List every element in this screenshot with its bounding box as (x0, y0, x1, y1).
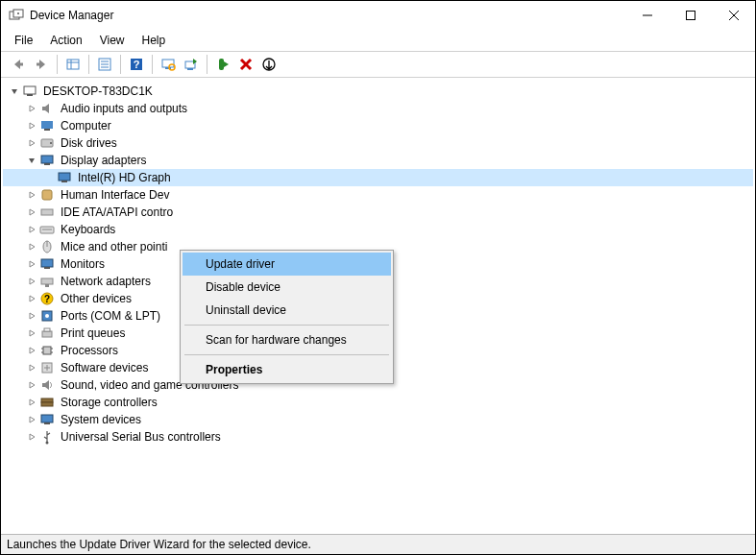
chevron-right-icon[interactable] (24, 377, 39, 393)
svg-rect-61 (41, 415, 53, 422)
menu-help[interactable]: Help (134, 32, 174, 49)
svg-point-32 (50, 142, 52, 144)
tree-node-label: Software devices (59, 361, 150, 374)
audio-icon (39, 101, 55, 116)
tree-node-label: Other devices (59, 292, 134, 305)
computer-icon (22, 84, 37, 99)
hid-icon (39, 187, 55, 203)
chevron-right-icon[interactable] (24, 308, 39, 324)
svg-rect-4 (686, 12, 695, 20)
menu-view[interactable]: View (92, 32, 133, 49)
uninstall-device-button[interactable] (234, 54, 257, 75)
disk-icon (39, 135, 55, 151)
tree-node-label: Storage controllers (59, 396, 159, 409)
tree-leaf-selected[interactable]: Intel(R) HD Graph (3, 169, 753, 186)
svg-rect-38 (41, 209, 53, 215)
tree-node[interactable]: System devices (3, 411, 753, 428)
chevron-right-icon[interactable] (24, 360, 39, 375)
other-device-icon: ? (39, 291, 55, 306)
chevron-down-icon[interactable] (24, 153, 39, 168)
show-hide-tree-button[interactable] (61, 54, 85, 75)
menu-action[interactable]: Action (42, 32, 89, 49)
tree-node-label: Audio inputs and outputs (59, 102, 189, 115)
back-button[interactable] (7, 54, 30, 75)
svg-point-2 (17, 12, 19, 14)
tree-root[interactable]: DESKTOP-T83DC1K (3, 83, 753, 100)
chevron-right-icon[interactable] (24, 412, 39, 427)
svg-rect-46 (45, 284, 49, 287)
chevron-right-icon[interactable] (24, 222, 39, 237)
svg-text:?: ? (134, 59, 140, 70)
svg-rect-36 (61, 181, 67, 182)
tree-node-label: Mice and other pointi (59, 240, 169, 253)
tree-pane[interactable]: DESKTOP-T83DC1K Audio inputs and outputs… (1, 78, 755, 534)
tree-node[interactable]: Keyboards (3, 221, 753, 238)
tree-leaf-label: Intel(R) HD Graph (76, 171, 173, 184)
tree-node-label: Print queues (59, 326, 127, 340)
svg-point-50 (45, 314, 49, 318)
tree-node[interactable]: Universal Serial Bus controllers (3, 428, 753, 446)
chevron-right-icon[interactable] (24, 118, 39, 133)
tree-node[interactable]: Disk drives (3, 134, 753, 152)
svg-rect-44 (44, 267, 50, 269)
chevron-right-icon[interactable] (24, 135, 39, 151)
storage-controller-icon (39, 395, 55, 410)
window-controls (625, 2, 755, 30)
forward-button[interactable] (30, 54, 53, 75)
ctx-scan-hardware[interactable]: Scan for hardware changes (183, 328, 391, 351)
chevron-right-icon[interactable] (24, 205, 39, 220)
help-button[interactable]: ? (125, 54, 148, 75)
svg-rect-33 (41, 156, 53, 163)
chevron-right-icon[interactable] (24, 187, 39, 203)
svg-rect-8 (37, 63, 39, 66)
tree-node-label: Processors (59, 344, 120, 357)
svg-point-63 (46, 442, 49, 445)
svg-rect-34 (44, 163, 50, 165)
ctx-properties[interactable]: Properties (183, 358, 391, 381)
menubar: File Action View Help (1, 30, 755, 51)
maximize-button[interactable] (669, 2, 712, 30)
chevron-right-icon[interactable] (24, 326, 39, 341)
enable-device-button[interactable] (211, 54, 234, 75)
tree-node[interactable]: Human Interface Dev (3, 186, 753, 204)
disable-device-button[interactable] (257, 54, 280, 75)
close-button[interactable] (712, 2, 755, 30)
chevron-right-icon[interactable] (24, 256, 39, 272)
tree-node-label: Display adapters (59, 154, 148, 167)
chevron-right-icon[interactable] (24, 291, 39, 306)
ctx-update-driver[interactable]: Update driver (183, 253, 391, 276)
tree-node[interactable]: IDE ATA/ATAPI contro (3, 204, 753, 221)
chevron-right-icon[interactable] (24, 239, 39, 254)
ctx-separator (184, 325, 389, 326)
chevron-right-icon[interactable] (24, 101, 39, 116)
update-driver-button[interactable] (180, 54, 203, 75)
context-menu: Update driver Disable device Uninstall d… (180, 250, 394, 384)
properties-button[interactable] (93, 54, 116, 75)
svg-rect-7 (20, 63, 23, 66)
toolbar-separator (88, 55, 89, 74)
window-title: Device Manager (30, 9, 625, 22)
tree-node[interactable]: Computer (3, 117, 753, 134)
monitor-icon (39, 256, 55, 272)
tree-node[interactable]: Audio inputs and outputs (3, 100, 753, 117)
chevron-right-icon[interactable] (24, 274, 39, 289)
print-queue-icon (39, 326, 55, 341)
menu-file[interactable]: File (7, 32, 40, 49)
ctx-disable-device[interactable]: Disable device (183, 276, 391, 299)
toolbar-separator (57, 55, 58, 74)
status-text: Launches the Update Driver Wizard for th… (7, 538, 311, 551)
tree-node[interactable]: Storage controllers (3, 394, 753, 411)
minimize-button[interactable] (625, 2, 669, 30)
display-adapter-icon (57, 170, 72, 185)
chevron-right-icon[interactable] (24, 343, 39, 358)
chevron-down-icon[interactable] (7, 84, 22, 99)
svg-rect-9 (67, 60, 79, 69)
tree-node[interactable]: Display adapters (3, 152, 753, 169)
ctx-uninstall-device[interactable]: Uninstall device (183, 299, 391, 322)
tree-node-label: Computer (59, 119, 113, 133)
system-device-icon (39, 412, 55, 427)
chevron-right-icon[interactable] (24, 395, 39, 410)
scan-hardware-button[interactable] (157, 54, 180, 75)
chevron-right-icon[interactable] (24, 429, 39, 445)
svg-rect-62 (44, 422, 50, 424)
